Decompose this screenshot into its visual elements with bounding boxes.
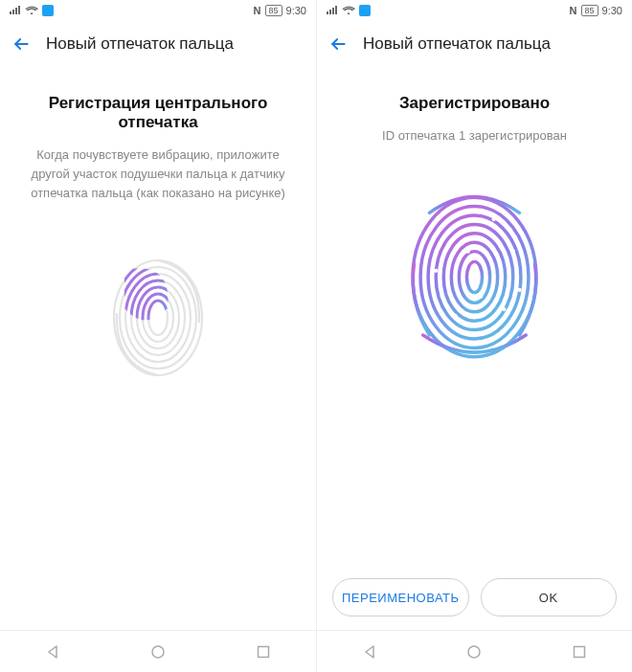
app-indicator-icon [42, 5, 54, 16]
system-nav-bar [0, 630, 316, 672]
signal-icon [10, 6, 21, 15]
back-button[interactable] [327, 33, 350, 56]
content-area: Зарегистрировано ID отпечатка 1 зарегист… [317, 67, 632, 630]
wifi-icon [342, 6, 355, 15]
fingerprint-graphic [334, 174, 615, 380]
nav-recent-button[interactable] [555, 638, 603, 666]
signal-icon [327, 6, 338, 15]
header-title: Новый отпечаток пальца [46, 34, 234, 54]
status-right: N 85 9:30 [570, 5, 622, 16]
status-left [327, 5, 371, 16]
app-header: Новый отпечаток пальца [0, 21, 316, 67]
fingerprint-graphic [17, 241, 299, 394]
battery-indicator: 85 [581, 5, 598, 16]
header-title: Новый отпечаток пальца [363, 34, 551, 54]
app-indicator-icon [359, 5, 371, 16]
status-bar: N 85 9:30 [317, 0, 632, 21]
back-button[interactable] [10, 33, 33, 56]
svg-point-32 [517, 288, 521, 292]
rename-button[interactable]: ПЕРЕИМЕНОВАТЬ [332, 578, 469, 616]
svg-point-16 [413, 197, 536, 357]
svg-point-33 [440, 295, 444, 299]
clock: 9:30 [286, 5, 306, 16]
nav-home-button[interactable] [450, 638, 498, 666]
clock: 9:30 [602, 5, 622, 16]
page-title: Регистрация центрального отпечатка [17, 94, 299, 132]
svg-point-31 [466, 250, 470, 254]
nfc-icon: N [570, 5, 577, 16]
page-description: Когда почувствуете вибрацию, приложите д… [17, 146, 299, 203]
svg-point-24 [446, 230, 450, 234]
nav-recent-button[interactable] [239, 638, 287, 666]
ok-button[interactable]: OK [481, 578, 618, 616]
screen-enroll-complete: N 85 9:30 Новый отпечаток пальца Зарегис… [316, 0, 632, 672]
svg-point-23 [466, 262, 482, 293]
svg-point-22 [459, 252, 489, 303]
svg-rect-15 [259, 646, 269, 657]
svg-point-28 [479, 295, 483, 299]
wifi-icon [25, 6, 38, 15]
nav-home-button[interactable] [134, 638, 182, 666]
page-description: ID отпечатка 1 зарегистрирован [334, 126, 615, 146]
svg-point-30 [502, 307, 506, 311]
svg-point-26 [511, 250, 515, 254]
system-nav-bar [317, 630, 632, 672]
status-bar: N 85 9:30 [0, 0, 316, 21]
svg-rect-35 [575, 646, 585, 657]
svg-point-34 [468, 646, 480, 658]
svg-point-29 [453, 314, 457, 318]
status-right: N 85 9:30 [254, 5, 306, 16]
svg-point-14 [152, 646, 164, 658]
svg-point-27 [434, 269, 438, 273]
status-left [10, 5, 54, 16]
screen-enroll-center: N 85 9:30 Новый отпечаток пальца Регистр… [0, 0, 316, 672]
page-title: Зарегистрировано [334, 94, 615, 113]
nav-back-button[interactable] [346, 638, 394, 666]
app-header: Новый отпечаток пальца [317, 21, 632, 67]
svg-point-19 [436, 225, 513, 330]
action-button-row: ПЕРЕИМЕНОВАТЬ OK [317, 578, 632, 616]
content-area: Регистрация центрального отпечатка Когда… [0, 67, 316, 630]
svg-point-25 [492, 217, 496, 221]
nfc-icon: N [254, 5, 261, 16]
nav-back-button[interactable] [29, 638, 77, 666]
battery-indicator: 85 [265, 5, 282, 16]
